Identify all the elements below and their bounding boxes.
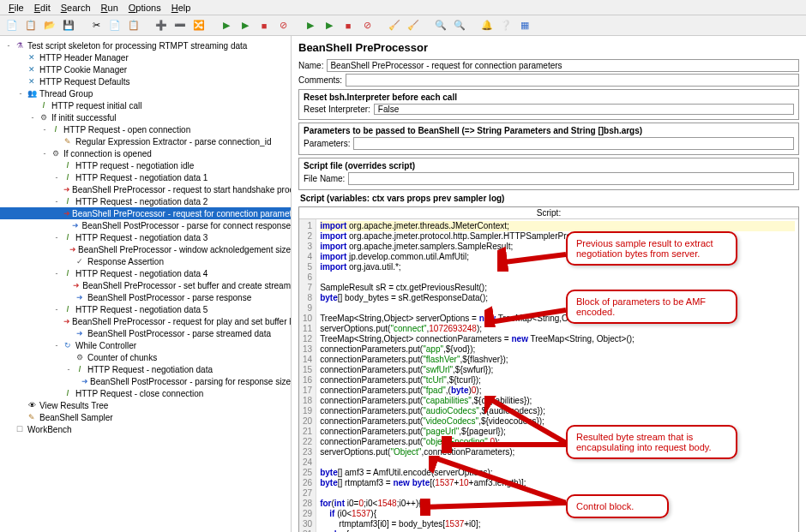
tree-item-label: HTTP request initial call: [51, 101, 141, 111]
parameters-label: Parameters:: [304, 139, 350, 148]
tree-item-label: Response Assertion: [87, 257, 164, 266]
tree-item[interactable]: BeanShell PostProcessor - parse streamed…: [0, 327, 291, 339]
tree-item[interactable]: -HTTP Request - negotiation data 1: [0, 171, 291, 183]
reset-search-icon[interactable]: 🔍: [451, 17, 468, 34]
tree-item-label: BeanShell PostProcessor - parse response: [87, 293, 251, 302]
filename-input[interactable]: [348, 172, 794, 185]
tree-item-label: HTTP Header Manager: [39, 53, 129, 63]
tree-item[interactable]: View Results Tree: [0, 399, 291, 411]
tree-item[interactable]: -HTTP Request - negotiation data 4: [0, 267, 291, 279]
tree-item[interactable]: WorkBench: [0, 423, 291, 435]
templates-icon[interactable]: 📋: [22, 17, 39, 34]
function-helper-icon[interactable]: 🔔: [478, 17, 496, 34]
tree-item[interactable]: -HTTP Request - negotiation data 3: [0, 231, 291, 243]
menu-edit[interactable]: Edit: [29, 3, 56, 13]
search-icon[interactable]: 🔍: [432, 17, 449, 34]
copy-icon[interactable]: 📄: [106, 17, 123, 34]
tree-item[interactable]: HTTP Request - close connection: [0, 387, 291, 399]
tree-toggle-icon[interactable]: -: [51, 173, 62, 182]
stop-icon[interactable]: ■: [256, 17, 273, 34]
menu-file[interactable]: File: [3, 3, 29, 13]
tree-item[interactable]: -If initit successful: [0, 111, 291, 123]
cut-icon[interactable]: ✂: [87, 17, 105, 34]
tree-toggle-icon[interactable]: -: [51, 341, 62, 350]
tree-toggle-icon[interactable]: -: [15, 89, 26, 98]
tree-item[interactable]: Counter of chunks: [0, 351, 291, 363]
open-icon[interactable]: 📂: [41, 17, 58, 34]
start-no-pause-icon[interactable]: ▶: [237, 17, 254, 34]
tree-item[interactable]: BeanShell Sampler: [0, 411, 291, 423]
pipette-icon: [62, 232, 74, 242]
tree-item-label: If initit successful: [51, 113, 117, 123]
tree-item[interactable]: HTTP Cookie Manager: [0, 63, 291, 75]
remote-start-icon[interactable]: ▶: [302, 17, 319, 34]
tree-toggle-icon[interactable]: -: [27, 113, 38, 122]
collapse-icon[interactable]: ➖: [171, 17, 189, 34]
pipette-icon: [62, 160, 74, 170]
menu-help[interactable]: Help: [166, 3, 196, 13]
paste-icon[interactable]: 📋: [125, 17, 142, 34]
toggle-icon[interactable]: 🔀: [190, 17, 208, 34]
start-icon[interactable]: ▶: [218, 17, 235, 34]
save-icon[interactable]: 💾: [60, 17, 77, 34]
name-input[interactable]: [327, 59, 799, 72]
remote-exit-icon[interactable]: ⊘: [358, 17, 376, 34]
reset-section-label: Reset bsh.Interpreter before each call: [304, 93, 794, 102]
tree-item[interactable]: -HTTP Request - negotiation data: [0, 363, 291, 375]
tree-toggle-icon[interactable]: -: [51, 197, 62, 206]
tree-item[interactable]: BeanShell PreProcessor - window acknoled…: [0, 243, 291, 255]
remote-stop-icon[interactable]: ▶: [321, 17, 338, 34]
comments-input[interactable]: [346, 74, 799, 87]
menu-options[interactable]: Options: [123, 3, 166, 13]
flask-icon: [14, 40, 26, 51]
menu-run[interactable]: Run: [96, 3, 123, 13]
tree-item[interactable]: -While Controller: [0, 339, 291, 351]
tree-item[interactable]: BeanShell PreProcessor - request for pla…: [0, 315, 291, 327]
test-plan-tree[interactable]: -Test script skeleton for processing RTM…: [0, 36, 292, 532]
help-icon[interactable]: ❔: [497, 17, 514, 34]
remote-shutdown-icon[interactable]: ■: [340, 17, 357, 34]
tree-item[interactable]: -Thread Group: [0, 87, 291, 99]
tree-item[interactable]: -Test script skeleton for processing RTM…: [0, 39, 291, 51]
pipette-icon: [62, 304, 74, 314]
tree-toggle-icon[interactable]: -: [63, 365, 74, 374]
expand-icon[interactable]: ➕: [153, 17, 170, 34]
tree-item-label: BeanShell PreProcessor - window acknoled…: [78, 245, 291, 254]
reset-interpreter-label: Reset Interpreter:: [304, 105, 370, 114]
clear-all-icon[interactable]: 🧹: [405, 17, 422, 34]
red-icon: [71, 280, 81, 290]
tree-toggle-icon[interactable]: -: [39, 149, 50, 158]
tree-toggle-icon[interactable]: -: [51, 269, 62, 278]
tile-icon[interactable]: ▦: [516, 17, 533, 34]
tree-item[interactable]: -HTTP Request - open connection: [0, 123, 291, 135]
tree-item[interactable]: BeanShell PostProcessor - parsing for re…: [0, 375, 291, 387]
tree-item[interactable]: HTTP request - negotiation idle: [0, 159, 291, 171]
tree-item[interactable]: HTTP request initial call: [0, 99, 291, 111]
red-icon: [63, 184, 70, 194]
tree-item-label: HTTP Request - negotiation data 5: [75, 305, 208, 314]
parameters-input[interactable]: [353, 137, 794, 150]
tree-item[interactable]: BeanShell PreProcessor - request for con…: [0, 207, 291, 219]
tree-toggle-icon[interactable]: -: [51, 233, 62, 242]
tree-item[interactable]: HTTP Header Manager: [0, 51, 291, 63]
tree-item[interactable]: Regular Expression Extractor - parse con…: [0, 135, 291, 147]
tree-toggle-icon[interactable]: -: [39, 125, 50, 134]
menu-search[interactable]: Search: [56, 3, 96, 13]
tree-item[interactable]: HTTP Request Defaults: [0, 75, 291, 87]
tree-item[interactable]: -HTTP Request - negotiation data 5: [0, 303, 291, 315]
tree-item[interactable]: BeanShell PostProcessor - parse for conn…: [0, 219, 291, 231]
tree-item-label: BeanShell PostProcessor - parsing for re…: [90, 377, 291, 386]
new-icon[interactable]: 📄: [3, 17, 21, 34]
clear-icon[interactable]: 🧹: [386, 17, 403, 34]
tree-item[interactable]: Response Assertion: [0, 255, 291, 267]
tree-item[interactable]: -HTTP Request - negotiation data 2: [0, 195, 291, 207]
reset-interpreter-value[interactable]: False: [374, 104, 794, 115]
tree-toggle-icon[interactable]: -: [51, 305, 62, 314]
shutdown-icon[interactable]: ⊘: [274, 17, 292, 34]
tree-item[interactable]: -If connection is opened: [0, 147, 291, 159]
tree-item[interactable]: BeanShell PostProcessor - parse response: [0, 291, 291, 303]
tree-toggle-icon[interactable]: -: [3, 41, 14, 50]
tree-item[interactable]: BeanShell PreProcessor - set buffer and …: [0, 279, 291, 291]
tree-item[interactable]: BeanShell PreProcessor - request to star…: [0, 183, 291, 195]
cfg-icon: [26, 64, 38, 75]
